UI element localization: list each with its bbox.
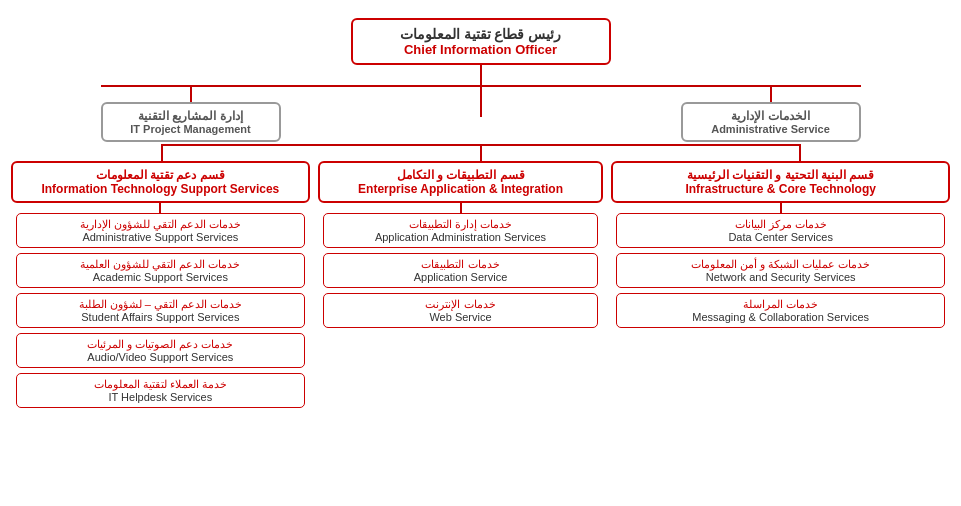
col1-item3-en: Student Affairs Support Services bbox=[25, 311, 297, 323]
vline-col1 bbox=[161, 146, 163, 161]
col1-item1-en: Administrative Support Services bbox=[25, 231, 297, 243]
admin-english: Administrative Service bbox=[691, 123, 851, 135]
col1-item5-ar: خدمة العملاء لتقتية المعلومات bbox=[25, 378, 297, 391]
col2-header: قسم التطبيقات و التكامل Enterprise Appli… bbox=[318, 161, 603, 203]
col-vlines bbox=[11, 146, 951, 161]
cio-arabic: رئيس قطاع تقتية المعلومات bbox=[373, 26, 589, 42]
col3-vline bbox=[780, 203, 782, 213]
col2-item3-en: Web Service bbox=[332, 311, 589, 323]
col3-english: Infrastructure & Core Technology bbox=[621, 182, 941, 196]
main-hline bbox=[101, 85, 861, 87]
level2-row: إدارة المشاريع التقنية IT Project Manage… bbox=[11, 87, 951, 142]
col2-english: Enterprise Application & Integration bbox=[328, 182, 593, 196]
col1-item5-en: IT Helpdesk Services bbox=[25, 391, 297, 403]
col1-items: خدمات الدعم التقي للشؤون الإدارية Admini… bbox=[11, 213, 311, 408]
col3: قسم البنية التحتية و التقنيات الرئيسية I… bbox=[611, 161, 951, 328]
col1-item2-en: Academic Support Services bbox=[25, 271, 297, 283]
col2-vline bbox=[460, 203, 462, 213]
it-project-box: إدارة المشاريع التقنية IT Project Manage… bbox=[101, 102, 281, 142]
vline-col3 bbox=[799, 146, 801, 161]
vline-itpm bbox=[190, 87, 192, 102]
col3-item-2: خدمات عمليات الشبكة و أمن المعلومات Netw… bbox=[616, 253, 946, 288]
col2-item2-en: Application Service bbox=[332, 271, 589, 283]
col3-item1-en: Data Center Services bbox=[625, 231, 937, 243]
col2-item-2: خدمات التطبيقات Application Service bbox=[323, 253, 598, 288]
col1-item-2: خدمات الدعم التقي للشؤون العلمية Academi… bbox=[16, 253, 306, 288]
col2-item1-en: Application Administration Services bbox=[332, 231, 589, 243]
cio-box: رئيس قطاع تقتية المعلومات Chief Informat… bbox=[351, 18, 611, 65]
col3-item-3: خدمات المراسلة Messaging & Collaboration… bbox=[616, 293, 946, 328]
col2-items: خدمات إدارة التطبيقات Application Admini… bbox=[318, 213, 603, 328]
col1-item-1: خدمات الدعم التقي للشؤون الإدارية Admini… bbox=[16, 213, 306, 248]
vline-col2 bbox=[480, 146, 482, 161]
vline-center bbox=[480, 87, 482, 102]
col2-item2-ar: خدمات التطبيقات bbox=[332, 258, 589, 271]
col1-english: Information Technology Support Services bbox=[21, 182, 301, 196]
org-chart: رئيس قطاع تقتية المعلومات Chief Informat… bbox=[11, 10, 951, 408]
col3-header: قسم البنية التحتية و التقنيات الرئيسية I… bbox=[611, 161, 951, 203]
col3-item1-ar: خدمات مركز البيانات bbox=[625, 218, 937, 231]
col1-arabic: قسم دعم تقتية المعلومات bbox=[21, 168, 301, 182]
col1-item-4: خدمات دعم الصوتيات و المرئيات Audio/Vide… bbox=[16, 333, 306, 368]
col3-item2-en: Network and Security Services bbox=[625, 271, 937, 283]
col1-item-3: خدمات الدعم التقي – لشؤون الطلبة Student… bbox=[16, 293, 306, 328]
col3-item3-en: Messaging & Collaboration Services bbox=[625, 311, 937, 323]
col1-item2-ar: خدمات الدعم التقي للشؤون العلمية bbox=[25, 258, 297, 271]
col3-items: خدمات مركز البيانات Data Center Services… bbox=[611, 213, 951, 328]
col2-item-3: خدمات الإنترنت Web Service bbox=[323, 293, 598, 328]
col1-item4-en: Audio/Video Support Services bbox=[25, 351, 297, 363]
col3-arabic: قسم البنية التحتية و التقنيات الرئيسية bbox=[621, 168, 941, 182]
col1-item-5: خدمة العملاء لتقتية المعلومات IT Helpdes… bbox=[16, 373, 306, 408]
h-connector-row bbox=[11, 85, 951, 87]
col3-item3-ar: خدمات المراسلة bbox=[625, 298, 937, 311]
col2-item1-ar: خدمات إدارة التطبيقات bbox=[332, 218, 589, 231]
three-cols: قسم دعم تقتية المعلومات Information Tech… bbox=[11, 161, 951, 408]
admin-arabic: الخدمات الإدارية bbox=[691, 109, 851, 123]
col1-header: قسم دعم تقتية المعلومات Information Tech… bbox=[11, 161, 311, 203]
col3-item-1: خدمات مركز البيانات Data Center Services bbox=[616, 213, 946, 248]
col3-item2-ar: خدمات عمليات الشبكة و أمن المعلومات bbox=[625, 258, 937, 271]
root-level: رئيس قطاع تقتية المعلومات Chief Informat… bbox=[11, 10, 951, 65]
col2-item-1: خدمات إدارة التطبيقات Application Admini… bbox=[323, 213, 598, 248]
vline-admin bbox=[770, 87, 772, 102]
root-vline bbox=[11, 65, 951, 85]
col2-item3-ar: خدمات الإنترنت bbox=[332, 298, 589, 311]
col2-arabic: قسم التطبيقات و التكامل bbox=[328, 168, 593, 182]
it-project-col: إدارة المشاريع التقنية IT Project Manage… bbox=[101, 87, 281, 142]
col1-vline bbox=[159, 203, 161, 213]
vline-center2 bbox=[480, 102, 482, 117]
cio-english: Chief Information Officer bbox=[373, 42, 589, 57]
col1-item4-ar: خدمات دعم الصوتيات و المرئيات bbox=[25, 338, 297, 351]
col1: قسم دعم تقتية المعلومات Information Tech… bbox=[11, 161, 311, 408]
admin-service-box: الخدمات الإدارية Administrative Service bbox=[681, 102, 861, 142]
vline1 bbox=[480, 65, 482, 85]
itpm-arabic: إدارة المشاريع التقنية bbox=[111, 109, 271, 123]
admin-service-col: الخدمات الإدارية Administrative Service bbox=[681, 87, 861, 142]
itpm-english: IT Project Management bbox=[111, 123, 271, 135]
col1-item3-ar: خدمات الدعم التقي – لشؤون الطلبة bbox=[25, 298, 297, 311]
center-connector bbox=[480, 87, 482, 117]
col2: قسم التطبيقات و التكامل Enterprise Appli… bbox=[318, 161, 603, 328]
col1-item1-ar: خدمات الدعم التقي للشؤون الإدارية bbox=[25, 218, 297, 231]
